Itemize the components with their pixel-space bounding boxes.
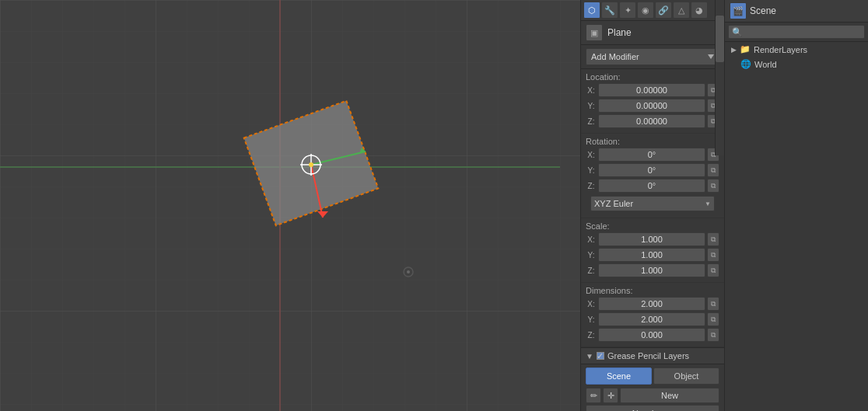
- object-data-icon-btn[interactable]: △: [673, 2, 690, 19]
- scale-x-row: X: 1.000 ⧉: [586, 232, 719, 246]
- add-modifier-label: Add Modifier: [591, 52, 639, 61]
- outliner-scene-icon[interactable]: 🎬: [730, 2, 747, 19]
- rx-axis-label: X:: [586, 151, 597, 159]
- scale-z-copy-btn[interactable]: ⧉: [707, 263, 719, 277]
- plane-label: Plane: [607, 27, 632, 38]
- scene-object-tabs: Scene Object: [586, 367, 719, 385]
- outliner-scroll-thumb[interactable]: [716, 16, 724, 62]
- scale-label: Scale:: [586, 221, 719, 231]
- x-axis-label: X:: [586, 86, 597, 95]
- properties-panel: ⬡ 🔧 ✦ ◉ 🔗 △ ◕ ▣ Plane Add Modifier Locat…: [580, 0, 724, 411]
- dz-axis-label: Z:: [586, 331, 597, 340]
- properties-icon-toolbar: ⬡ 🔧 ✦ ◉ 🔗 △ ◕: [581, 0, 724, 21]
- viewport-grid: [0, 0, 580, 411]
- world-label: World: [754, 60, 777, 69]
- dim-z-copy-btn[interactable]: ⧉: [707, 328, 719, 342]
- modifier-icon-btn[interactable]: 🔧: [601, 2, 618, 19]
- dim-y-field[interactable]: 2.000: [598, 312, 705, 326]
- scale-y-field[interactable]: 1.000: [598, 248, 705, 262]
- plane-header: ▣ Plane: [581, 21, 724, 45]
- sx-axis-label: X:: [586, 235, 597, 244]
- render-layers-expand-icon: ▶: [731, 46, 737, 54]
- grease-pencil-header: ▼ ✓ Grease Pencil Layers: [581, 348, 724, 364]
- scene-tab-button[interactable]: Scene: [586, 367, 652, 385]
- rz-axis-label: Z:: [586, 182, 597, 190]
- add-modifier-button[interactable]: Add Modifier: [586, 48, 719, 65]
- dimensions-label: Dimensions:: [586, 286, 719, 295]
- location-x-field[interactable]: 0.00000: [598, 83, 705, 97]
- gp-draw-icon-btn[interactable]: ✏: [586, 388, 601, 403]
- location-z-field[interactable]: 0.00000: [598, 114, 705, 128]
- rotation-z-copy-btn[interactable]: ⧉: [707, 179, 719, 193]
- gp-toolbar: ✏ ✛ New: [586, 388, 719, 403]
- outliner-item-render-layers[interactable]: ▶ 📁 RenderLayers: [725, 42, 868, 57]
- dim-x-field[interactable]: 2.000: [598, 297, 705, 311]
- plane-icon[interactable]: ▣: [586, 24, 603, 41]
- scale-z-row: Z: 1.000 ⧉: [586, 263, 719, 277]
- outliner-search-bar[interactable]: 🔍: [728, 25, 865, 39]
- rotation-x-row: X: 0° ⧉: [586, 148, 719, 162]
- rotation-mode-row: XYZ Euler ▼: [586, 194, 719, 213]
- svg-point-14: [309, 162, 313, 167]
- dim-x-copy-btn[interactable]: ⧉: [707, 297, 719, 311]
- gp-visibility-checkbox[interactable]: ✓: [597, 352, 604, 360]
- sy-axis-label: Y:: [586, 251, 597, 259]
- scale-y-row: Y: 1.000 ⧉: [586, 248, 719, 262]
- outliner-header: 🎬 Scene: [725, 0, 868, 23]
- dim-x-row: X: 2.000 ⧉: [586, 297, 719, 311]
- y-axis-label: Y:: [586, 102, 597, 110]
- gp-new-button[interactable]: New: [620, 388, 719, 403]
- scale-z-field[interactable]: 1.000: [598, 263, 705, 277]
- add-modifier-row: Add Modifier: [581, 45, 724, 69]
- viewport[interactable]: UNDEFINED: [0, 0, 580, 411]
- outliner-scrollbar[interactable]: [715, 0, 724, 155]
- dimensions-group: Dimensions: X: 2.000 ⧉ Y: 2.000 ⧉ Z: 0.0…: [581, 283, 724, 347]
- rotation-z-row: Z: 0° ⧉: [586, 179, 719, 193]
- rotation-x-field[interactable]: 0°: [598, 148, 705, 162]
- svg-point-16: [407, 270, 410, 273]
- scale-x-copy-btn[interactable]: ⧉: [707, 232, 719, 246]
- particles-icon-btn[interactable]: ✦: [619, 2, 636, 19]
- grease-pencil-title: Grease Pencil Layers: [607, 351, 689, 360]
- gp-crosshair-icon-btn[interactable]: ✛: [603, 388, 618, 403]
- dim-z-row: Z: 0.000 ⧉: [586, 328, 719, 342]
- location-label: Location:: [586, 72, 719, 82]
- outliner-item-world[interactable]: 🌐 World: [725, 57, 868, 71]
- rotation-mode-dropdown[interactable]: XYZ Euler ▼: [590, 196, 715, 211]
- gp-collapse-icon[interactable]: ▼: [586, 352, 593, 360]
- outliner-title: Scene: [750, 5, 776, 16]
- rotation-y-field[interactable]: 0°: [598, 163, 705, 177]
- ry-axis-label: Y:: [586, 166, 597, 175]
- dim-z-field[interactable]: 0.000: [598, 328, 705, 342]
- panels-container: ⬡ 🔧 ✦ ◉ 🔗 △ ◕ ▣ Plane Add Modifier Locat…: [580, 0, 868, 411]
- transform-icon-btn[interactable]: ⬡: [583, 2, 600, 19]
- rotation-z-field[interactable]: 0°: [598, 179, 705, 193]
- dy-axis-label: Y:: [586, 315, 597, 324]
- rotation-mode-arrow-icon: ▼: [705, 200, 711, 207]
- rotation-group: Rotation: X: 0° ⧉ Y: 0° ⧉ Z: 0° ⧉ XYZ Eu…: [581, 134, 724, 218]
- location-y-field[interactable]: 0.00000: [598, 99, 705, 113]
- scale-y-copy-btn[interactable]: ⧉: [707, 248, 719, 262]
- render-layers-label: RenderLayers: [754, 45, 807, 54]
- scale-x-field[interactable]: 1.000: [598, 232, 705, 246]
- gp-new-layer-button[interactable]: New Layer: [586, 405, 719, 411]
- outliner-items-list: ▶ 📁 RenderLayers 🌐 World: [725, 42, 868, 71]
- constraints-icon-btn[interactable]: 🔗: [655, 2, 672, 19]
- add-modifier-arrow-icon: [708, 54, 714, 59]
- rotation-y-copy-btn[interactable]: ⧉: [707, 163, 719, 177]
- grease-pencil-section: ▼ ✓ Grease Pencil Layers Scene Object ✏ …: [581, 347, 724, 411]
- location-x-row: X: 0.00000 ⧉: [586, 83, 719, 97]
- scale-group: Scale: X: 1.000 ⧉ Y: 1.000 ⧉ Z: 1.000 ⧉: [581, 218, 724, 283]
- material-icon-btn[interactable]: ◕: [691, 2, 708, 19]
- rotation-mode-value: XYZ Euler: [594, 199, 633, 208]
- physics-icon-btn[interactable]: ◉: [637, 2, 654, 19]
- location-group: Location: X: 0.00000 ⧉ Y: 0.00000 ⧉ Z: 0…: [581, 69, 724, 134]
- world-icon: 🌐: [740, 59, 751, 69]
- render-layers-icon: 📁: [740, 44, 751, 54]
- z-axis-label: Z:: [586, 117, 597, 126]
- object-tab-button[interactable]: Object: [653, 367, 719, 385]
- dim-y-copy-btn[interactable]: ⧉: [707, 312, 719, 326]
- location-y-row: Y: 0.00000 ⧉: [586, 99, 719, 113]
- rotation-label: Rotation:: [586, 137, 719, 146]
- dx-axis-label: X:: [586, 300, 597, 308]
